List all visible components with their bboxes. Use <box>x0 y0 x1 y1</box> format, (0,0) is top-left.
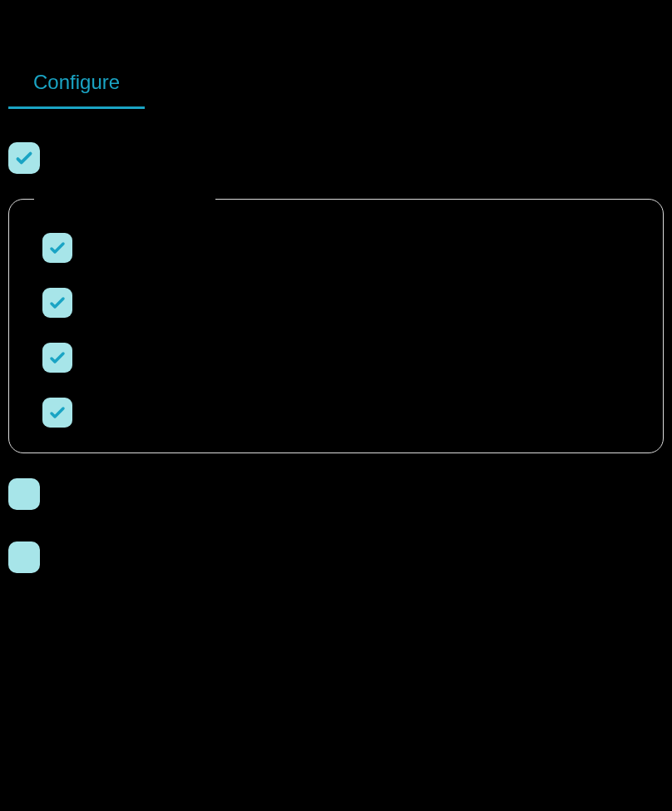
label-trigger: Trigger <box>86 349 132 367</box>
content-area: Optimize race Default input channels Lef… <box>0 109 672 584</box>
option-trigger: Trigger <box>42 343 630 373</box>
checkbox-spare[interactable] <box>42 398 72 428</box>
option-spare: Spare <box>42 398 630 428</box>
sublabel-tv-streaming: Mark your favorite events to find them q… <box>55 569 322 584</box>
option-tv-streaming: TV streaming Mark your favorite events t… <box>8 541 664 584</box>
option-left-player: Left player <box>42 233 630 263</box>
option-optimize-race: Optimize race <box>8 142 664 174</box>
label-optimize-race: Optimize race <box>55 142 157 166</box>
check-icon <box>13 147 35 169</box>
label-spare: Spare <box>86 404 126 422</box>
tabs-container: Configure <box>0 0 672 109</box>
checkbox-optimize-race[interactable] <box>8 142 40 174</box>
label-order-controller: Order controller <box>55 478 393 502</box>
check-icon <box>47 403 67 423</box>
label-right-player: Right player <box>86 294 166 312</box>
check-icon <box>47 293 67 313</box>
check-icon <box>47 348 67 368</box>
label-left-player: Left player <box>86 240 156 257</box>
fieldset-default-channels: Default input channels Left player Right… <box>8 199 664 453</box>
checkbox-right-player[interactable] <box>42 288 72 318</box>
check-icon <box>47 238 67 258</box>
label-tv-streaming: TV streaming <box>55 541 322 566</box>
checkbox-left-player[interactable] <box>42 233 72 263</box>
tab-configure[interactable]: Configure <box>8 62 145 109</box>
legend-default-channels: Default input channels <box>34 187 215 206</box>
sublabel-order-controller: Show player numbers below input channels… <box>55 506 393 521</box>
checkbox-trigger[interactable] <box>42 343 72 373</box>
checkbox-order-controller[interactable] <box>8 478 40 510</box>
option-right-player: Right player <box>42 288 630 318</box>
checkbox-tv-streaming[interactable] <box>8 541 40 573</box>
option-order-controller: Order controller Show player numbers bel… <box>8 478 664 521</box>
